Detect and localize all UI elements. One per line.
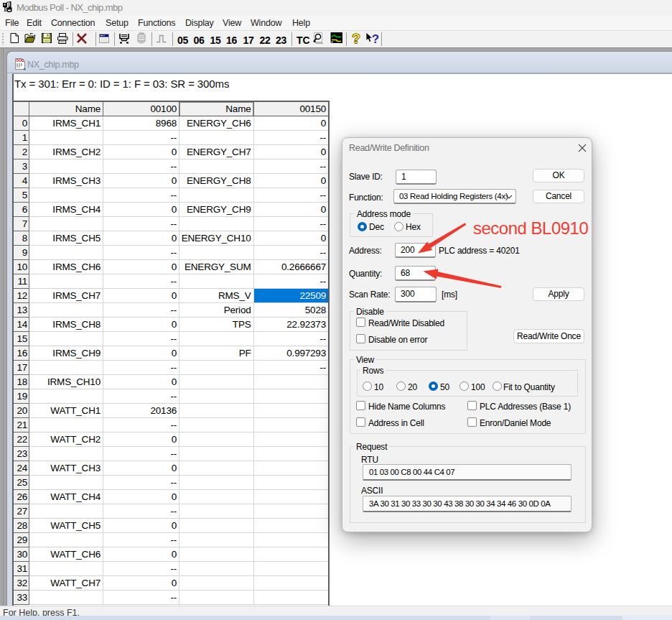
svg-text:?: ? bbox=[372, 32, 379, 46]
svg-text:?: ? bbox=[352, 32, 360, 46]
svg-text:DOC: DOC bbox=[16, 58, 24, 63]
